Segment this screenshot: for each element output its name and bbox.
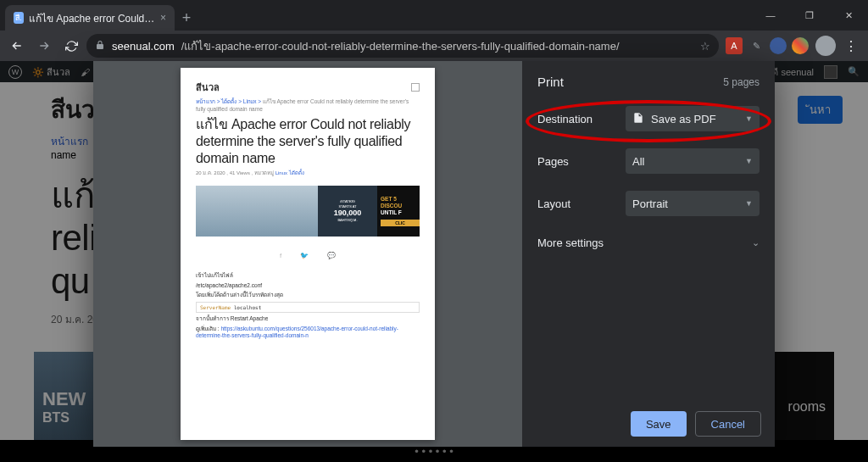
preview-breadcrumb: หน้าแรก > ได้ดตั้ง > Linux > แก้ไข Apach… (196, 98, 420, 113)
twitter-icon: 🐦 (300, 252, 309, 260)
extension-icon-4[interactable] (792, 37, 809, 54)
destination-value: Save as PDF (651, 113, 716, 125)
preview-page-1: สีนวล หน้าแรก > ได้ดตั้ง > Linux > แก้ไข… (181, 68, 435, 440)
preview-meta: 20 ม.ค. 2020 , 41 Views , หมวดหมู่ Linux… (196, 170, 420, 177)
url-path: /แก้ไข-apache-error-could-not-reliably-d… (181, 37, 620, 55)
layout-label: Layout (537, 198, 619, 210)
pages-row: Pages All ▼ (522, 140, 775, 182)
extension-icon-2[interactable]: ✎ (748, 37, 765, 54)
pages-dropdown[interactable]: All ▼ (626, 148, 760, 174)
print-dialog: สีนวล หน้าแรก > ได้ดตั้ง > Linux > แก้ไข… (93, 61, 775, 447)
extension-icon-3[interactable] (770, 37, 787, 54)
extensions-area: A ✎ (722, 37, 812, 54)
more-settings-label: More settings (537, 237, 604, 249)
new-tab-button[interactable]: + (175, 5, 198, 31)
window-minimize-button[interactable]: — (751, 0, 790, 31)
tab-favicon: สี. (14, 12, 24, 24)
profile-avatar[interactable] (815, 36, 836, 56)
print-preview-pane[interactable]: สีนวล หน้าแรก > ได้ดตั้ง > Linux > แก้ไข… (93, 61, 522, 447)
destination-dropdown[interactable]: Save as PDF ▼ (626, 106, 760, 131)
pages-value: All (632, 155, 644, 168)
chevron-down-icon: ⌄ (752, 237, 760, 248)
save-button[interactable]: Save (631, 411, 687, 437)
preview-ad: iSTATE39 STARTS AT 190,000 BAHT/SQ.M. GE… (196, 186, 420, 237)
destination-label: Destination (537, 113, 619, 125)
toolbar: seenual.com/แก้ไข-apache-error-could-not… (0, 31, 868, 61)
preview-text: โดยเพิ่มโค้ดด้านล่างนี้ไว้บรรทัดล่างสุด (196, 292, 420, 298)
bookmark-star-icon[interactable]: ☆ (700, 40, 710, 53)
layout-value: Portrait (632, 198, 668, 210)
back-button[interactable] (5, 34, 29, 58)
preview-text: /etc/apache2/apache2.conf (196, 282, 420, 289)
url-host: seenual.com (112, 40, 175, 53)
chevron-down-icon: ▼ (745, 114, 753, 123)
cancel-button[interactable]: Cancel (695, 411, 761, 437)
preview-text: ดูเพิ่มเติม : https://askubuntu.com/ques… (196, 326, 420, 340)
preview-code-block: ServerName localhost (196, 302, 420, 314)
preview-text: จากนั้นทำการ Restart Apache (196, 315, 420, 322)
chevron-down-icon: ▼ (745, 199, 753, 208)
layout-dropdown[interactable]: Portrait ▼ (626, 191, 760, 216)
facebook-icon: f (280, 252, 281, 260)
print-title: Print (537, 75, 564, 89)
browser-menu-button[interactable]: ⋮ (839, 38, 863, 54)
destination-row: Destination Save as PDF ▼ (522, 97, 775, 140)
browser-tab[interactable]: สี. แก้ไข Apache error Could not reli × (5, 5, 175, 31)
tab-close-icon[interactable]: × (160, 12, 166, 24)
preview-article-title: แก้ไข Apache error Could not reliably de… (196, 116, 420, 167)
print-settings-panel: Print 5 pages Destination Save as PDF ▼ … (522, 61, 775, 447)
address-bar[interactable]: seenual.com/แก้ไข-apache-error-could-not… (86, 34, 719, 58)
line-icon: 💬 (327, 252, 336, 260)
forward-button (32, 34, 56, 58)
reload-button[interactable] (59, 34, 83, 58)
more-settings-toggle[interactable]: More settings ⌄ (522, 225, 775, 261)
preview-social-row: f 🐦 💬 (196, 252, 420, 260)
layout-row: Layout Portrait ▼ (522, 182, 775, 225)
pdf-icon (632, 111, 644, 127)
dialog-footer: Save Cancel (522, 401, 775, 447)
preview-text: เข้าไปแก้ไขไฟล์ (196, 272, 420, 279)
print-page-count: 5 pages (723, 76, 760, 88)
preview-menu-icon (411, 83, 420, 92)
tab-title: แก้ไข Apache error Could not reli (29, 10, 155, 26)
preview-site-title: สีนวล (196, 81, 220, 93)
extension-icon-1[interactable]: A (726, 37, 743, 54)
chevron-down-icon: ▼ (745, 157, 753, 165)
window-maximize-button[interactable]: ❐ (790, 0, 829, 31)
window-close-button[interactable]: ✕ (829, 0, 868, 31)
pages-option-label: Pages (537, 155, 619, 168)
lock-icon (95, 40, 105, 53)
